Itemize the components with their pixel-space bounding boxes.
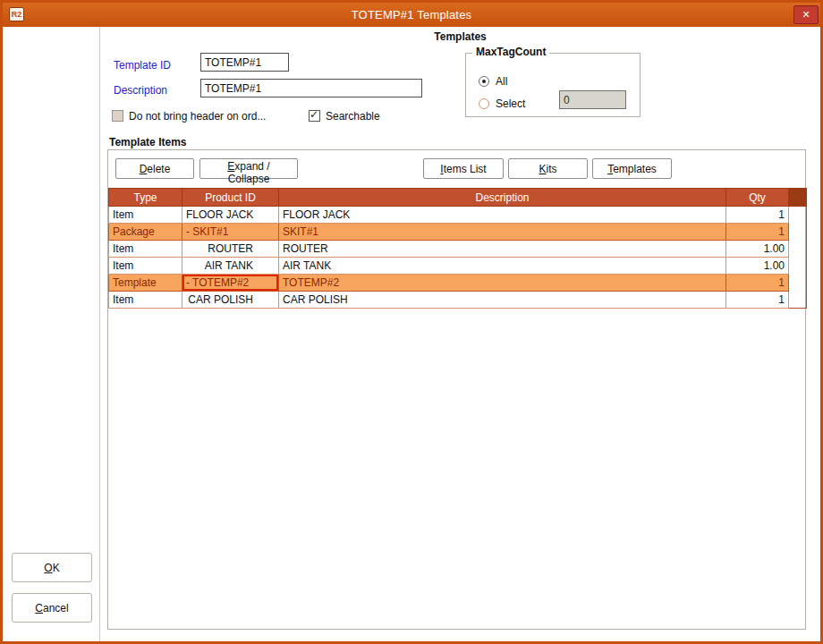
table-cell <box>789 292 807 309</box>
table-cell[interactable]: FLOOR JACK <box>182 207 279 224</box>
table-cell <box>789 275 807 292</box>
description-label: Description <box>114 84 167 97</box>
template-items-label: Template Items <box>109 136 186 148</box>
table-cell[interactable]: - TOTEMP#2 <box>182 275 279 292</box>
table-cell[interactable]: - SKIT#1 <box>182 224 279 241</box>
radio-select[interactable] <box>479 98 489 109</box>
table-cell[interactable]: Template <box>109 275 182 292</box>
maxtag-count-input <box>559 90 626 109</box>
table-cell[interactable]: Item <box>109 241 182 258</box>
table-cell[interactable]: CAR POLISH <box>279 292 726 309</box>
table-cell[interactable]: AIR TANK <box>279 258 726 275</box>
description-input[interactable] <box>200 79 422 97</box>
main-panel: Templates Template ID Description MaxTag… <box>100 27 820 641</box>
delete-button[interactable]: Delete <box>115 158 194 179</box>
table-cell[interactable]: 1 <box>726 275 789 292</box>
col-header-description[interactable]: Description <box>279 189 726 207</box>
template-id-label: Template ID <box>114 59 171 72</box>
items-table-body: ItemFLOOR JACKFLOOR JACK1Package- SKIT#1… <box>109 207 807 309</box>
table-cell[interactable]: Item <box>109 207 182 224</box>
maxtagcount-label: MaxTagCount <box>472 46 549 58</box>
maxtagcount-group: MaxTagCount All Select <box>465 53 641 117</box>
searchable-checkbox-label: Searchable <box>326 110 380 123</box>
radio-select-label: Select <box>496 97 525 110</box>
kits-button[interactable]: Kits <box>508 158 588 179</box>
table-cell[interactable]: ROUTER <box>279 241 726 258</box>
items-table: Type Product ID Description Qty ItemFLOO… <box>108 188 807 309</box>
col-header-filler <box>789 189 807 207</box>
table-cell <box>789 207 807 224</box>
radio-all-label: All <box>496 75 507 88</box>
table-cell[interactable]: 1.00 <box>726 258 789 275</box>
table-cell <box>789 258 807 275</box>
table-cell[interactable]: CAR POLISH <box>182 292 279 309</box>
table-row[interactable]: Template- TOTEMP#2TOTEMP#21 <box>109 275 807 292</box>
table-cell[interactable]: Item <box>109 258 182 275</box>
window-title: TOTEMP#1 Templates <box>3 8 820 21</box>
app-icon: R2 <box>9 7 24 21</box>
table-row[interactable]: ItemROUTERROUTER1.00 <box>109 241 807 258</box>
table-cell[interactable]: 1 <box>726 224 789 241</box>
template-id-input[interactable] <box>200 53 289 72</box>
header-checkbox[interactable]: ✓ <box>112 110 123 122</box>
items-list-button[interactable]: Items List <box>423 158 504 179</box>
templates-button[interactable]: Templates <box>592 158 672 179</box>
template-items-panel: Delete Expand / Collapse Items List Kits… <box>107 149 806 630</box>
table-header-row: Type Product ID Description Qty <box>109 189 807 207</box>
table-cell[interactable]: Package <box>109 224 182 241</box>
col-header-product-id[interactable]: Product ID <box>182 189 279 207</box>
table-row[interactable]: Package- SKIT#1SKIT#11 <box>109 224 807 241</box>
header-checkbox-label: Do not bring header on ord... <box>129 110 266 123</box>
table-row[interactable]: ItemFLOOR JACKFLOOR JACK1 <box>109 207 807 224</box>
table-cell[interactable]: AIR TANK <box>182 258 279 275</box>
titlebar[interactable]: R2 TOTEMP#1 Templates ✕ <box>3 3 820 27</box>
table-cell <box>789 224 807 241</box>
check-icon: ✓ <box>310 108 318 121</box>
close-button[interactable]: ✕ <box>793 5 819 24</box>
table-row[interactable]: ItemAIR TANKAIR TANK1.00 <box>109 258 807 275</box>
dialog-window: R2 TOTEMP#1 Templates ✕ OK Cancel Templa… <box>0 0 823 644</box>
table-cell[interactable]: 1.00 <box>726 241 789 258</box>
templates-group-label: Templates <box>100 30 820 43</box>
sidebar: OK Cancel <box>3 27 100 641</box>
radio-all[interactable] <box>479 76 489 87</box>
ok-button[interactable]: OK <box>12 553 92 582</box>
table-cell[interactable]: FLOOR JACK <box>279 207 726 224</box>
searchable-checkbox[interactable]: ✓ <box>309 110 320 122</box>
table-cell[interactable]: 1 <box>726 207 789 224</box>
expand-collapse-button[interactable]: Expand / Collapse <box>199 158 298 179</box>
col-header-qty[interactable]: Qty <box>726 189 789 207</box>
cancel-button[interactable]: Cancel <box>12 593 92 623</box>
table-cell[interactable]: Item <box>109 292 182 309</box>
table-cell[interactable]: ROUTER <box>182 241 279 258</box>
table-cell[interactable]: TOTEMP#2 <box>279 275 726 292</box>
table-row[interactable]: ItemCAR POLISHCAR POLISH1 <box>109 292 807 309</box>
table-cell[interactable]: 1 <box>726 292 789 309</box>
col-header-type[interactable]: Type <box>109 189 182 207</box>
table-cell <box>789 241 807 258</box>
table-cell[interactable]: SKIT#1 <box>279 224 726 241</box>
dialog-body: OK Cancel Templates Template ID Descript… <box>3 27 820 641</box>
